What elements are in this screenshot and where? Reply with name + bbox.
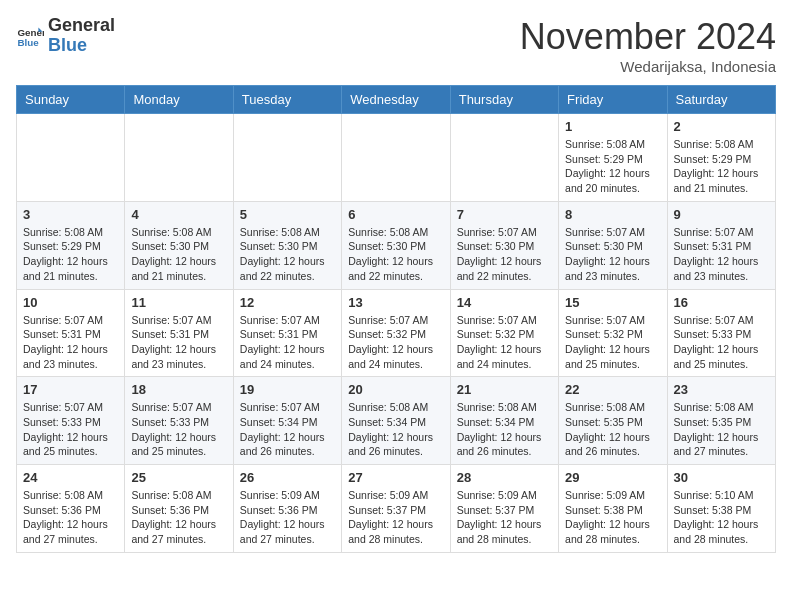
day-info: Sunrise: 5:08 AMSunset: 5:34 PMDaylight:… [348,400,443,459]
calendar-day-11: 11Sunrise: 5:07 AMSunset: 5:31 PMDayligh… [125,289,233,377]
empty-cell [450,114,558,202]
calendar-day-25: 25Sunrise: 5:08 AMSunset: 5:36 PMDayligh… [125,465,233,553]
day-number: 2 [674,119,769,134]
day-number: 21 [457,382,552,397]
day-info: Sunrise: 5:08 AMSunset: 5:35 PMDaylight:… [674,400,769,459]
calendar-day-4: 4Sunrise: 5:08 AMSunset: 5:30 PMDaylight… [125,201,233,289]
day-info: Sunrise: 5:07 AMSunset: 5:31 PMDaylight:… [131,313,226,372]
logo-line2: Blue [48,36,115,56]
calendar-week-5: 24Sunrise: 5:08 AMSunset: 5:36 PMDayligh… [17,465,776,553]
day-info: Sunrise: 5:08 AMSunset: 5:34 PMDaylight:… [457,400,552,459]
svg-text:Blue: Blue [17,37,39,48]
day-info: Sunrise: 5:08 AMSunset: 5:30 PMDaylight:… [348,225,443,284]
day-number: 5 [240,207,335,222]
day-number: 23 [674,382,769,397]
empty-cell [125,114,233,202]
day-number: 1 [565,119,660,134]
empty-cell [17,114,125,202]
calendar-day-1: 1Sunrise: 5:08 AMSunset: 5:29 PMDaylight… [559,114,667,202]
day-info: Sunrise: 5:09 AMSunset: 5:37 PMDaylight:… [457,488,552,547]
day-number: 9 [674,207,769,222]
weekday-header-friday: Friday [559,86,667,114]
weekday-header-monday: Monday [125,86,233,114]
logo-line1: General [48,16,115,36]
calendar-day-27: 27Sunrise: 5:09 AMSunset: 5:37 PMDayligh… [342,465,450,553]
day-number: 14 [457,295,552,310]
day-number: 4 [131,207,226,222]
day-info: Sunrise: 5:07 AMSunset: 5:31 PMDaylight:… [23,313,118,372]
day-number: 19 [240,382,335,397]
day-number: 16 [674,295,769,310]
logo: General Blue General Blue [16,16,115,56]
calendar-day-14: 14Sunrise: 5:07 AMSunset: 5:32 PMDayligh… [450,289,558,377]
calendar-day-17: 17Sunrise: 5:07 AMSunset: 5:33 PMDayligh… [17,377,125,465]
day-info: Sunrise: 5:08 AMSunset: 5:35 PMDaylight:… [565,400,660,459]
day-number: 27 [348,470,443,485]
day-info: Sunrise: 5:07 AMSunset: 5:30 PMDaylight:… [565,225,660,284]
day-info: Sunrise: 5:07 AMSunset: 5:33 PMDaylight:… [131,400,226,459]
weekday-header-sunday: Sunday [17,86,125,114]
calendar-day-20: 20Sunrise: 5:08 AMSunset: 5:34 PMDayligh… [342,377,450,465]
day-number: 20 [348,382,443,397]
day-info: Sunrise: 5:09 AMSunset: 5:36 PMDaylight:… [240,488,335,547]
day-info: Sunrise: 5:08 AMSunset: 5:29 PMDaylight:… [674,137,769,196]
logo-icon: General Blue [16,22,44,50]
day-info: Sunrise: 5:07 AMSunset: 5:31 PMDaylight:… [240,313,335,372]
day-info: Sunrise: 5:07 AMSunset: 5:30 PMDaylight:… [457,225,552,284]
day-info: Sunrise: 5:10 AMSunset: 5:38 PMDaylight:… [674,488,769,547]
calendar-day-6: 6Sunrise: 5:08 AMSunset: 5:30 PMDaylight… [342,201,450,289]
title-block: November 2024 Wedarijaksa, Indonesia [520,16,776,75]
empty-cell [342,114,450,202]
calendar-day-8: 8Sunrise: 5:07 AMSunset: 5:30 PMDaylight… [559,201,667,289]
day-number: 13 [348,295,443,310]
day-info: Sunrise: 5:08 AMSunset: 5:29 PMDaylight:… [565,137,660,196]
calendar-day-21: 21Sunrise: 5:08 AMSunset: 5:34 PMDayligh… [450,377,558,465]
day-info: Sunrise: 5:09 AMSunset: 5:38 PMDaylight:… [565,488,660,547]
location-label: Wedarijaksa, Indonesia [520,58,776,75]
calendar-day-28: 28Sunrise: 5:09 AMSunset: 5:37 PMDayligh… [450,465,558,553]
day-number: 26 [240,470,335,485]
day-number: 22 [565,382,660,397]
weekday-header-thursday: Thursday [450,86,558,114]
calendar-day-2: 2Sunrise: 5:08 AMSunset: 5:29 PMDaylight… [667,114,775,202]
calendar-body: 1Sunrise: 5:08 AMSunset: 5:29 PMDaylight… [17,114,776,553]
month-title: November 2024 [520,16,776,58]
weekday-header-saturday: Saturday [667,86,775,114]
calendar-day-23: 23Sunrise: 5:08 AMSunset: 5:35 PMDayligh… [667,377,775,465]
calendar-day-29: 29Sunrise: 5:09 AMSunset: 5:38 PMDayligh… [559,465,667,553]
day-number: 12 [240,295,335,310]
day-number: 11 [131,295,226,310]
day-number: 3 [23,207,118,222]
day-number: 10 [23,295,118,310]
day-info: Sunrise: 5:07 AMSunset: 5:33 PMDaylight:… [674,313,769,372]
calendar-day-24: 24Sunrise: 5:08 AMSunset: 5:36 PMDayligh… [17,465,125,553]
calendar-week-3: 10Sunrise: 5:07 AMSunset: 5:31 PMDayligh… [17,289,776,377]
day-number: 30 [674,470,769,485]
calendar-day-16: 16Sunrise: 5:07 AMSunset: 5:33 PMDayligh… [667,289,775,377]
calendar-day-12: 12Sunrise: 5:07 AMSunset: 5:31 PMDayligh… [233,289,341,377]
calendar-week-2: 3Sunrise: 5:08 AMSunset: 5:29 PMDaylight… [17,201,776,289]
day-info: Sunrise: 5:08 AMSunset: 5:29 PMDaylight:… [23,225,118,284]
weekday-header-tuesday: Tuesday [233,86,341,114]
page-header: General Blue General Blue November 2024 … [16,16,776,75]
day-info: Sunrise: 5:08 AMSunset: 5:36 PMDaylight:… [131,488,226,547]
calendar-day-18: 18Sunrise: 5:07 AMSunset: 5:33 PMDayligh… [125,377,233,465]
day-info: Sunrise: 5:09 AMSunset: 5:37 PMDaylight:… [348,488,443,547]
day-number: 25 [131,470,226,485]
calendar-header: SundayMondayTuesdayWednesdayThursdayFrid… [17,86,776,114]
day-number: 18 [131,382,226,397]
day-info: Sunrise: 5:07 AMSunset: 5:32 PMDaylight:… [565,313,660,372]
calendar-day-30: 30Sunrise: 5:10 AMSunset: 5:38 PMDayligh… [667,465,775,553]
calendar-day-15: 15Sunrise: 5:07 AMSunset: 5:32 PMDayligh… [559,289,667,377]
day-info: Sunrise: 5:08 AMSunset: 5:30 PMDaylight:… [240,225,335,284]
calendar-week-1: 1Sunrise: 5:08 AMSunset: 5:29 PMDaylight… [17,114,776,202]
calendar-day-22: 22Sunrise: 5:08 AMSunset: 5:35 PMDayligh… [559,377,667,465]
calendar-table: SundayMondayTuesdayWednesdayThursdayFrid… [16,85,776,553]
day-info: Sunrise: 5:07 AMSunset: 5:34 PMDaylight:… [240,400,335,459]
day-number: 17 [23,382,118,397]
day-number: 7 [457,207,552,222]
day-info: Sunrise: 5:08 AMSunset: 5:36 PMDaylight:… [23,488,118,547]
day-number: 29 [565,470,660,485]
empty-cell [233,114,341,202]
calendar-day-7: 7Sunrise: 5:07 AMSunset: 5:30 PMDaylight… [450,201,558,289]
